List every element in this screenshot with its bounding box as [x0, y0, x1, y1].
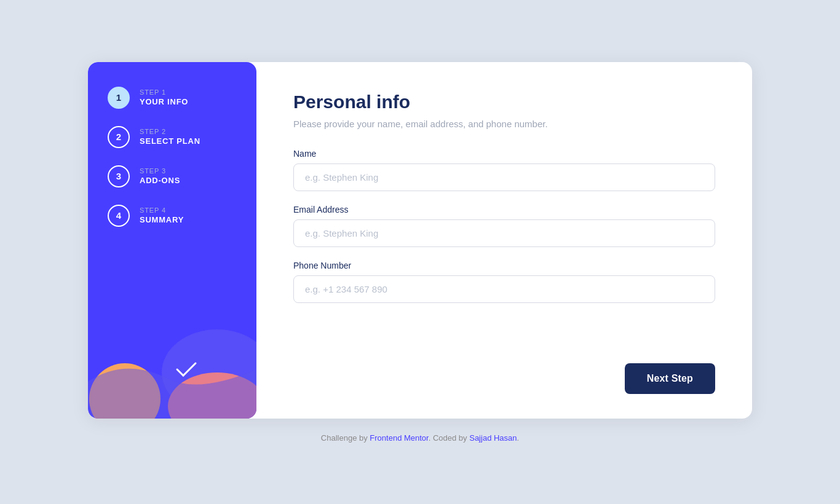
- form-title: Personal info: [293, 92, 715, 112]
- footer: Challenge by Frontend Mentor. Coded by S…: [321, 433, 519, 443]
- email-label: Email Address: [293, 205, 715, 215]
- step-text-3: STEP 3 ADD-ONS: [140, 167, 180, 185]
- footer-text-before: Challenge by: [321, 433, 370, 443]
- step-circle-2: 2: [108, 126, 130, 148]
- form-subtitle: Please provide your name, email address,…: [293, 119, 715, 129]
- sidebar-decoration: [88, 283, 256, 419]
- step-title-3: ADD-ONS: [140, 176, 180, 185]
- main-card: 1 STEP 1 YOUR INFO 2 STEP 2 SELECT PLAN …: [88, 62, 752, 419]
- email-form-group: Email Address: [293, 205, 715, 247]
- footer-link-sajjad-hasan[interactable]: Sajjad Hasan: [469, 433, 517, 443]
- phone-form-group: Phone Number: [293, 261, 715, 303]
- footer-link-frontend-mentor[interactable]: Frontend Mentor: [370, 433, 428, 443]
- name-input[interactable]: [293, 163, 715, 191]
- step-text-1: STEP 1 YOUR INFO: [140, 89, 188, 106]
- step-item-3: 3 STEP 3 ADD-ONS: [108, 165, 237, 187]
- sidebar: 1 STEP 1 YOUR INFO 2 STEP 2 SELECT PLAN …: [88, 62, 256, 419]
- step-item-4: 4 STEP 4 SUMMARY: [108, 205, 237, 227]
- name-label: Name: [293, 149, 715, 159]
- step-item-2: 2 STEP 2 SELECT PLAN: [108, 126, 237, 148]
- step-text-2: STEP 2 SELECT PLAN: [140, 128, 200, 146]
- step-title-4: SUMMARY: [140, 215, 184, 224]
- phone-input[interactable]: [293, 275, 715, 303]
- step-label-4: STEP 4: [140, 207, 184, 214]
- step-circle-4: 4: [108, 205, 130, 227]
- step-label-2: STEP 2: [140, 128, 200, 135]
- step-title-2: SELECT PLAN: [140, 136, 200, 146]
- step-circle-3: 3: [108, 165, 130, 187]
- step-text-4: STEP 4 SUMMARY: [140, 207, 184, 224]
- step-circle-1: 1: [108, 87, 130, 109]
- step-label-1: STEP 1: [140, 89, 188, 96]
- step-title-1: YOUR INFO: [140, 97, 188, 106]
- footer-text-after: .: [517, 433, 520, 443]
- next-step-button[interactable]: Next Step: [625, 363, 715, 394]
- step-label-3: STEP 3: [140, 167, 180, 175]
- content-area: Personal info Please provide your name, …: [256, 62, 752, 419]
- email-input[interactable]: [293, 219, 715, 247]
- name-form-group: Name: [293, 149, 715, 191]
- footer-text-middle: . Coded by: [429, 433, 470, 443]
- step-item-1: 1 STEP 1 YOUR INFO: [108, 87, 237, 109]
- phone-label: Phone Number: [293, 261, 715, 270]
